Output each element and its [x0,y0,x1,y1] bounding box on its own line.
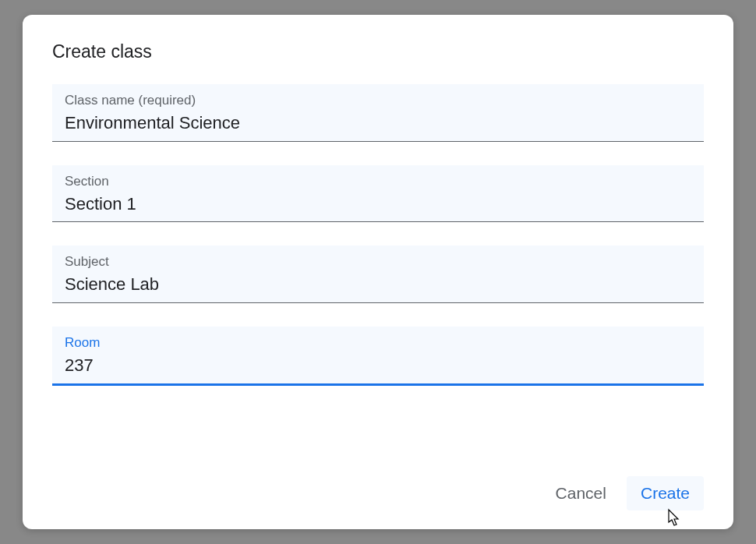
room-label: Room [65,334,691,351]
create-button[interactable]: Create [627,476,704,510]
dialog-title: Create class [52,41,704,62]
class-name-input[interactable] [65,112,691,135]
room-input[interactable] [65,355,691,377]
class-name-label: Class name (required) [65,92,691,109]
subject-field[interactable]: Subject [52,246,704,303]
class-name-field[interactable]: Class name (required) [52,84,704,142]
subject-input[interactable] [65,274,691,296]
create-class-dialog: Create class Class name (required) Secti… [23,15,733,529]
form-fields: Class name (required) Section Subject Ro… [52,84,704,461]
dialog-actions: Cancel Create [52,476,704,510]
room-field[interactable]: Room [52,327,704,386]
section-field[interactable]: Section [52,165,704,223]
cancel-button[interactable]: Cancel [542,476,620,510]
section-input[interactable] [65,193,691,216]
section-label: Section [65,173,691,190]
subject-label: Subject [65,253,691,270]
